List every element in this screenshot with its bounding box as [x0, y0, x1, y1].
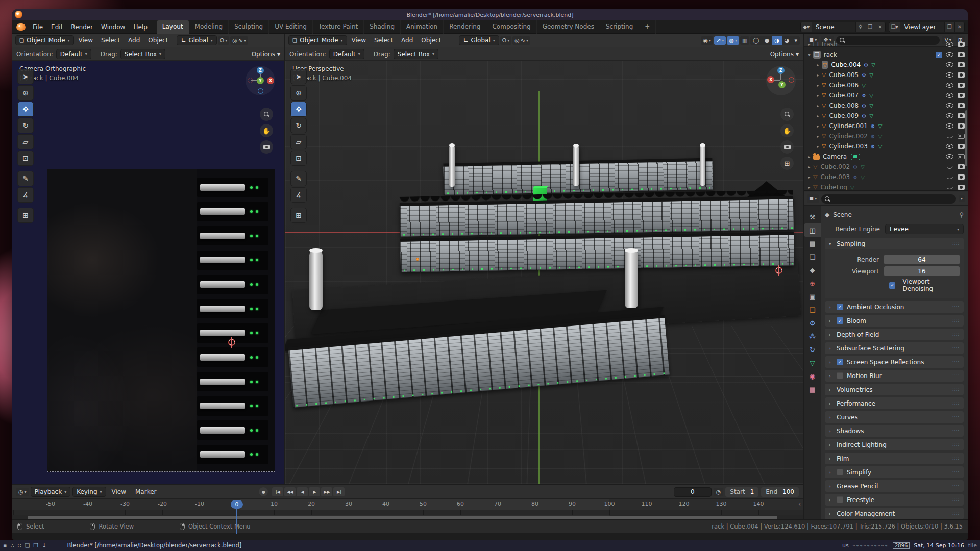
eye-toggle-icon[interactable]	[946, 62, 953, 67]
eye-toggle-icon[interactable]	[946, 103, 953, 108]
shading-dropdown-icon[interactable]: ▾	[792, 36, 800, 45]
taskbar-window-title[interactable]: Blender* [/home/amalie/Desktop/blender/s…	[67, 542, 241, 549]
section-bloom[interactable]: ›✓Bloom∷∷	[825, 315, 964, 327]
section-ambient-occlusion[interactable]: ›✓Ambient Occlusion∷∷	[825, 301, 964, 313]
expand-icon[interactable]: ▸	[806, 155, 813, 159]
menu-render[interactable]: Render	[67, 22, 97, 32]
outliner-row-cube.007[interactable]: ▸▽Cube.007⚙▽	[804, 90, 968, 101]
ts-orientation-dropdown[interactable]: Default▾	[329, 49, 364, 59]
eye-toggle-icon[interactable]	[946, 72, 953, 78]
properties-search-input[interactable]	[821, 194, 956, 204]
outliner-row-cube.004[interactable]: ▸▽Cube.004⚙▽	[804, 60, 968, 70]
properties-editor-type-icon[interactable]: ≡▾	[807, 194, 819, 203]
outliner-row-cube.009[interactable]: ▸▽Cube.009⚙▽	[804, 111, 968, 121]
transport-button-5[interactable]: ▶|	[333, 487, 345, 496]
render-toggle-icon[interactable]	[958, 103, 965, 108]
eye-toggle-icon[interactable]	[946, 42, 953, 47]
viewlayer-close-icon[interactable]: ✕	[954, 22, 964, 32]
properties-tab-physics[interactable]: ↻	[804, 343, 821, 356]
render-toggle-icon[interactable]	[958, 93, 965, 98]
tweak-select-tool[interactable]: ➤	[17, 69, 34, 84]
wm-layout-indicator[interactable]: tile	[968, 542, 977, 549]
visibility-dropdown[interactable]: ◉▾	[701, 36, 713, 45]
section-depth-of-field[interactable]: ›Depth of Field∷∷	[825, 329, 964, 340]
camera-view-icon[interactable]	[260, 140, 273, 154]
render-toggle-icon[interactable]	[958, 134, 965, 139]
measure-tool[interactable]: ∡	[290, 187, 307, 203]
window-titlebar[interactable]: Blender* [/home/amalie/Desktop/blender/s…	[12, 9, 968, 20]
taskbar-icon-5[interactable]: ↓	[42, 542, 46, 549]
taskbar-icon-1[interactable]: ∴	[10, 542, 14, 549]
properties-tab-object[interactable]: ❑	[804, 303, 821, 316]
outliner-row-cube.002[interactable]: ▸▽Cube.002⚙▽	[804, 162, 968, 172]
render-toggle-icon[interactable]	[958, 174, 965, 180]
viewlayer-selector[interactable]: ❏▾ ViewLayer ❐ ✕	[889, 22, 965, 32]
expand-icon[interactable]: ▸	[815, 93, 821, 98]
section-checkbox[interactable]: ✓	[837, 317, 843, 324]
zoom-icon[interactable]	[260, 108, 273, 121]
tab-compositing[interactable]: Compositing	[486, 20, 536, 34]
mode-dropdown[interactable]: ❏Object Mode▾	[288, 35, 347, 45]
eye-toggle-icon[interactable]	[946, 123, 953, 129]
render-toggle-icon[interactable]	[958, 62, 965, 67]
section-performance[interactable]: ›Performance∷∷	[825, 397, 964, 409]
expand-icon[interactable]: ▸	[815, 134, 821, 139]
timeline-collapse-icon[interactable]: ‹	[798, 500, 801, 508]
render-toggle-icon[interactable]	[958, 83, 965, 88]
eye-toggle-icon[interactable]	[946, 134, 953, 138]
tab-sculpting[interactable]: Sculpting	[229, 20, 269, 34]
expand-icon[interactable]: ▸	[806, 42, 813, 47]
properties-tab-render[interactable]: ◫	[804, 223, 821, 237]
menu-add[interactable]: Add	[398, 35, 416, 45]
menu-window[interactable]: Window	[97, 22, 129, 32]
section-grease-pencil[interactable]: ›Grease Pencil∷∷	[825, 480, 964, 492]
outliner-row-camera[interactable]: ▸Camera	[804, 152, 968, 162]
properties-tab-scene[interactable]: ◆	[804, 263, 821, 277]
move-tool[interactable]: ✥	[290, 102, 307, 117]
shading-rendered-icon[interactable]: ◕	[782, 36, 792, 45]
transform-tool[interactable]: ⊡	[17, 151, 34, 166]
scene-close-icon[interactable]: ✕	[875, 22, 885, 32]
render-toggle-icon[interactable]	[958, 164, 965, 169]
playback-menu[interactable]: Playback▾	[31, 487, 71, 497]
outliner-row-trash[interactable]: ▸❒trash	[804, 39, 968, 49]
transport-button-2[interactable]: ◀	[297, 487, 308, 496]
scale-tool[interactable]: ▱	[290, 134, 307, 149]
tab-layout[interactable]: Layout	[157, 20, 189, 34]
zoom-icon[interactable]	[780, 108, 794, 121]
section-checkbox[interactable]: ✓	[837, 359, 843, 365]
sampling-viewport-field[interactable]: 16	[884, 266, 960, 276]
menu-view[interactable]: View	[348, 35, 370, 45]
taskbar-icon-0[interactable]: ▪	[3, 542, 7, 549]
transport-button-1[interactable]: ◀◀	[284, 487, 296, 496]
outliner-row-cylinder.003[interactable]: ▸▽Cylinder.003⚙▽	[804, 141, 968, 152]
tab-rendering[interactable]: Rendering	[444, 20, 486, 34]
timeline-scrollbar[interactable]	[28, 516, 777, 519]
eye-toggle-icon[interactable]	[946, 93, 953, 98]
proportional-edit-toggle[interactable]: ◎∿▾	[230, 36, 248, 45]
playhead[interactable]: 0	[231, 500, 243, 509]
menu-file[interactable]: File	[29, 22, 47, 32]
menu-add[interactable]: Add	[125, 35, 143, 45]
ts-orientation-dropdown[interactable]: Default▾	[56, 49, 91, 59]
tab-geometry-nodes[interactable]: Geometry Nodes	[537, 20, 600, 34]
cursor-tool[interactable]: ⊕	[17, 85, 34, 101]
timeline-view-menu[interactable]: View	[108, 487, 130, 497]
sampling-render-field[interactable]: 64	[884, 255, 960, 264]
outliner-row-cube.006[interactable]: ▸▽Cube.006▽	[804, 80, 968, 90]
expand-icon[interactable]: ▸	[815, 114, 821, 118]
section-checkbox[interactable]: ✓	[837, 304, 843, 310]
section-curves[interactable]: ›Curves∷∷	[825, 411, 964, 423]
menu-select[interactable]: Select	[97, 35, 124, 45]
properties-tab-material[interactable]: ◉	[804, 369, 821, 383]
outliner-row-cube.005[interactable]: ▸▽Cube.005⚙▽	[804, 70, 968, 80]
expand-icon[interactable]: ▸	[815, 73, 821, 78]
outliner-row-cubefog[interactable]: ▸▽CubeFog▽	[804, 182, 968, 191]
shading-solid-icon[interactable]: ●	[762, 36, 772, 45]
ts-drag-dropdown[interactable]: Select Box▾	[394, 49, 438, 59]
camera-view-canvas[interactable]: Camera Orthographic (0) rack | Cube.004 …	[12, 61, 284, 484]
section-film[interactable]: ›Film∷∷	[825, 453, 964, 464]
menu-select[interactable]: Select	[371, 35, 397, 45]
menu-help[interactable]: Help	[129, 22, 151, 32]
pin-icon[interactable]: ⚲	[959, 211, 964, 218]
